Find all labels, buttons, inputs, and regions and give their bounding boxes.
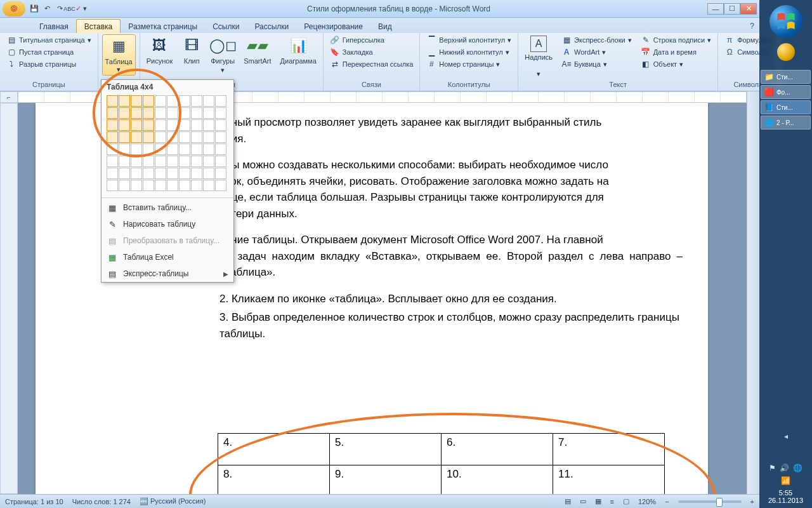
blank-page-button[interactable]: ▢Пустая страница xyxy=(4,46,94,58)
grid-cell[interactable] xyxy=(203,168,214,179)
office-button[interactable]: Ⓞ xyxy=(3,1,25,17)
grid-cell[interactable] xyxy=(143,168,154,179)
grid-cell[interactable] xyxy=(167,119,178,131)
vertical-scrollbar[interactable] xyxy=(747,91,759,494)
qat-more-icon[interactable]: ▾ xyxy=(80,4,90,14)
grid-cell[interactable] xyxy=(155,107,166,119)
grid-cell[interactable] xyxy=(119,119,130,131)
grid-cell[interactable] xyxy=(119,180,130,191)
grid-cell[interactable] xyxy=(155,144,166,155)
grid-cell[interactable] xyxy=(119,144,130,155)
grid-cell[interactable] xyxy=(119,95,130,107)
grid-cell[interactable] xyxy=(131,131,142,143)
status-words[interactable]: Число слов: 1 274 xyxy=(72,498,131,505)
shapes-button[interactable]: ◯◻Фигуры ▾ xyxy=(208,34,237,76)
grid-cell[interactable] xyxy=(107,119,118,131)
grid-cell[interactable] xyxy=(191,119,202,131)
grid-cell[interactable] xyxy=(191,107,202,119)
grid-cell[interactable] xyxy=(107,95,118,107)
clock-date[interactable]: 26.11.2013 xyxy=(759,497,812,504)
bookmark-button[interactable]: 🔖Закладка xyxy=(327,46,416,58)
cover-page-button[interactable]: ▤Титульная страница ▾ xyxy=(4,34,94,46)
grid-cell[interactable] xyxy=(155,168,166,179)
datetime-button[interactable]: 📅Дата и время xyxy=(638,46,714,58)
dropcap-button[interactable]: A≡Буквица ▾ xyxy=(559,58,634,70)
document-table[interactable]: 4.5.6.7. 8.9.10.11. 12.13.14.15. 16.17.1… xyxy=(218,433,665,494)
view-read-icon[interactable]: ▭ xyxy=(580,497,586,505)
wifi-icon[interactable]: 📶 xyxy=(781,476,790,485)
grid-cell[interactable] xyxy=(131,156,142,167)
grid-cell[interactable] xyxy=(203,144,214,155)
grid-cell[interactable] xyxy=(107,131,118,143)
crossref-button[interactable]: ⇄Перекрестная ссылка xyxy=(327,58,416,70)
signature-button[interactable]: ✎Строка подписи ▾ xyxy=(638,34,714,46)
grid-cell[interactable] xyxy=(119,107,130,119)
network-icon[interactable]: 🌐 xyxy=(793,464,802,472)
hyperlink-button[interactable]: 🔗Гиперссылка xyxy=(327,34,416,46)
clock-time[interactable]: 5:55 xyxy=(759,489,812,497)
grid-cell[interactable] xyxy=(167,131,178,143)
grid-cell[interactable] xyxy=(179,180,190,191)
grid-cell[interactable] xyxy=(167,95,178,107)
tab-mailings[interactable]: Рассылки xyxy=(247,20,296,33)
view-web-icon[interactable]: ▦ xyxy=(595,497,601,505)
header-button[interactable]: ▔Верхний колонтитул ▾ xyxy=(424,34,514,46)
view-print-icon[interactable]: ▤ xyxy=(565,497,571,505)
grid-cell[interactable] xyxy=(191,168,202,179)
status-page[interactable]: Страница: 1 из 10 xyxy=(5,498,63,505)
grid-cell[interactable] xyxy=(167,168,178,179)
help-icon[interactable]: ? xyxy=(745,19,759,33)
taskbar-item[interactable]: 🟥Фо... xyxy=(761,85,811,99)
tab-home[interactable]: Главная xyxy=(32,20,76,33)
grid-cell[interactable] xyxy=(179,144,190,155)
grid-cell[interactable] xyxy=(143,95,154,107)
draw-table-item[interactable]: ✎Нарисовать таблицу xyxy=(102,216,233,232)
yandex-icon[interactable] xyxy=(777,43,795,61)
undo-icon[interactable]: ↶ xyxy=(42,4,52,14)
grid-cell[interactable] xyxy=(191,156,202,167)
grid-cell[interactable] xyxy=(215,144,226,155)
tab-insert[interactable]: Вставка xyxy=(76,19,121,33)
grid-cell[interactable] xyxy=(131,168,142,179)
grid-cell[interactable] xyxy=(155,95,166,107)
grid-cell[interactable] xyxy=(143,107,154,119)
grid-cell[interactable] xyxy=(179,107,190,119)
grid-cell[interactable] xyxy=(107,107,118,119)
grid-cell[interactable] xyxy=(119,168,130,179)
ruler-corner[interactable]: ⌐ xyxy=(0,91,18,103)
zoom-slider[interactable] xyxy=(678,500,742,503)
grid-cell[interactable] xyxy=(143,131,154,143)
quickparts-button[interactable]: ▦Экспресс-блоки ▾ xyxy=(559,34,634,46)
tab-view[interactable]: Вид xyxy=(370,20,400,33)
grid-cell[interactable] xyxy=(203,95,214,107)
grid-cell[interactable] xyxy=(215,156,226,167)
grid-cell[interactable] xyxy=(179,119,190,131)
tray-expand-icon[interactable]: ◂ xyxy=(759,432,812,441)
grid-cell[interactable] xyxy=(155,131,166,143)
tab-layout[interactable]: Разметка страницы xyxy=(121,20,205,33)
smartart-button[interactable]: ▰▰SmartArt xyxy=(241,34,273,66)
page-break-button[interactable]: ⤵Разрыв страницы xyxy=(4,58,94,70)
grid-cell[interactable] xyxy=(107,156,118,167)
grid-cell[interactable] xyxy=(191,131,202,143)
tab-review[interactable]: Рецензирование xyxy=(296,20,370,33)
table-size-grid[interactable] xyxy=(102,93,233,196)
grid-cell[interactable] xyxy=(215,107,226,119)
minimize-button[interactable]: — xyxy=(707,3,724,15)
grid-cell[interactable] xyxy=(143,144,154,155)
taskbar-item[interactable]: 📘Сти... xyxy=(761,100,811,114)
grid-cell[interactable] xyxy=(143,180,154,191)
grid-cell[interactable] xyxy=(131,119,142,131)
flag-icon[interactable]: ⚑ xyxy=(769,464,776,472)
grid-cell[interactable] xyxy=(215,119,226,131)
textbox-button[interactable]: AНадпись▾ xyxy=(522,34,555,79)
grid-cell[interactable] xyxy=(203,131,214,143)
grid-cell[interactable] xyxy=(215,95,226,107)
grid-cell[interactable] xyxy=(179,168,190,179)
grid-cell[interactable] xyxy=(167,180,178,191)
grid-cell[interactable] xyxy=(167,107,178,119)
grid-cell[interactable] xyxy=(215,168,226,179)
view-draft-icon[interactable]: ▢ xyxy=(623,497,629,505)
table-button[interactable]: ▦ Таблица▾ xyxy=(102,34,136,76)
grid-cell[interactable] xyxy=(107,168,118,179)
